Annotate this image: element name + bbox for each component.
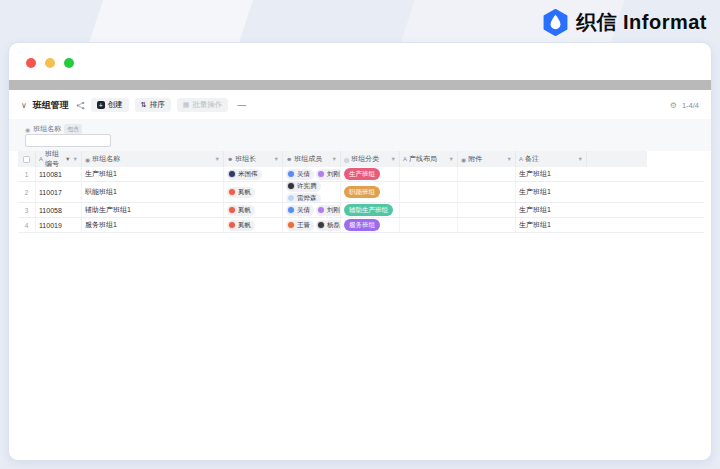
category-badge: 辅助生产班组 bbox=[344, 204, 393, 216]
cell-attachment bbox=[458, 218, 516, 232]
maximize-window-button[interactable] bbox=[64, 58, 74, 68]
column-header-3[interactable]: ☻班组长▼ bbox=[224, 151, 283, 167]
column-type-icon: ☻ bbox=[227, 156, 233, 162]
person-tag: 奚帆 bbox=[227, 205, 255, 216]
column-type-icon: A bbox=[519, 156, 523, 162]
filter-operator-tag: 包含 bbox=[64, 124, 82, 134]
column-header-7[interactable]: ◉附件▼ bbox=[458, 151, 516, 167]
select-all-checkbox[interactable] bbox=[23, 156, 30, 163]
cell-team-category: 生产班组 bbox=[341, 167, 400, 181]
person-tag: 吴倩 bbox=[286, 169, 314, 180]
person-tag: 许宪腾 bbox=[286, 182, 321, 192]
category-badge: 职能班组 bbox=[344, 186, 380, 198]
members-group: 吴倩刘刚 bbox=[286, 205, 341, 216]
member-avatar bbox=[317, 221, 325, 229]
person-name: 吴倩 bbox=[297, 170, 310, 179]
person-name: 杨磊 bbox=[327, 221, 340, 230]
person-tag: 吴倩 bbox=[286, 205, 314, 216]
data-table: A班组编号▼▼◉班组名称▼☻班组长▼☻班组成员▼◎班组分类▼A产线布局▼◉附件▼… bbox=[18, 151, 704, 233]
cell-team-leader: 米国伟 bbox=[224, 167, 283, 181]
cell-team-leader: 奚帆 bbox=[224, 182, 283, 202]
member-avatar bbox=[228, 221, 236, 229]
cell-team-category: 职能班组 bbox=[341, 182, 400, 202]
cell-team-name: 辅助生产班组1 bbox=[82, 203, 224, 217]
cell-line-layout bbox=[400, 167, 458, 181]
table-row[interactable]: 2110017职能班组1奚帆许宪腾雷烨森职能班组生产班组1 bbox=[18, 182, 704, 203]
cell-team-code: 110019 bbox=[36, 218, 82, 232]
cell-attachment bbox=[458, 203, 516, 217]
more-button[interactable]: — bbox=[234, 98, 249, 112]
select-all-header-cell bbox=[18, 151, 36, 167]
brand-name: 织信 Informat bbox=[576, 9, 707, 36]
pagination-label: 1-4/4 bbox=[682, 101, 699, 110]
row-index-cell: 1 bbox=[18, 167, 36, 181]
column-header-5[interactable]: ◎班组分类▼ bbox=[341, 151, 400, 167]
cell-remark: 生产班组1 bbox=[516, 167, 587, 181]
chevron-down-icon[interactable]: ▼ bbox=[578, 156, 583, 162]
chevron-down-icon[interactable]: ▼ bbox=[73, 156, 78, 162]
person-name: 王晋 bbox=[297, 221, 310, 230]
brand-logo: 织信 Informat bbox=[542, 9, 707, 36]
sort-icon: ⇅ bbox=[141, 101, 147, 109]
members-group: 王晋杨磊 bbox=[286, 220, 341, 231]
collapse-chevron-icon[interactable]: ∨ bbox=[21, 101, 27, 110]
column-header-1[interactable]: A班组编号▼▼ bbox=[36, 151, 82, 167]
plus-icon: + bbox=[97, 101, 105, 109]
person-name: 奚帆 bbox=[238, 188, 251, 197]
column-label: 班组名称 bbox=[92, 154, 120, 164]
share-icon[interactable] bbox=[76, 101, 85, 110]
brand-droplet-icon bbox=[542, 9, 569, 36]
chevron-down-icon[interactable]: ▼ bbox=[391, 156, 396, 162]
filter-panel: ◉ 班组名称 包含 bbox=[9, 119, 711, 151]
row-index-cell: 2 bbox=[18, 182, 36, 202]
grid-icon: ▦ bbox=[183, 101, 190, 109]
column-header-2[interactable]: ◉班组名称▼ bbox=[82, 151, 224, 167]
field-type-icon: ◉ bbox=[25, 126, 30, 133]
minimize-window-button[interactable] bbox=[45, 58, 55, 68]
sort-indicator-icon: ▼ bbox=[65, 156, 70, 162]
cell-team-members: 王晋杨磊 bbox=[283, 218, 341, 232]
category-badge: 服务班组 bbox=[344, 219, 380, 231]
window-controls bbox=[26, 58, 74, 68]
sort-button[interactable]: ⇅ 排序 bbox=[135, 98, 171, 112]
filter-value-input[interactable] bbox=[25, 134, 111, 147]
create-button[interactable]: + 创建 bbox=[91, 98, 129, 112]
cell-team-code: 110058 bbox=[36, 203, 82, 217]
table-row[interactable]: 1110081生产班组1米国伟吴倩刘刚生产班组生产班组1 bbox=[18, 167, 704, 182]
close-window-button[interactable] bbox=[26, 58, 36, 68]
cell-team-leader: 奚帆 bbox=[224, 203, 283, 217]
table-row[interactable]: 3110058辅助生产班组1奚帆吴倩刘刚辅助生产班组生产班组1 bbox=[18, 203, 704, 218]
cell-team-members: 许宪腾雷烨森 bbox=[283, 182, 341, 202]
person-name: 刘刚 bbox=[327, 170, 340, 179]
cell-line-layout bbox=[400, 218, 458, 232]
cell-team-category: 服务班组 bbox=[341, 218, 400, 232]
chevron-down-icon[interactable]: ▼ bbox=[215, 156, 220, 162]
person-name: 奚帆 bbox=[238, 206, 251, 215]
person-name: 刘刚 bbox=[327, 206, 340, 215]
batch-actions-button: ▦ 批量操作 bbox=[177, 98, 229, 112]
column-label: 班组编号 bbox=[45, 149, 63, 169]
column-label: 产线布局 bbox=[409, 154, 437, 164]
chevron-down-icon[interactable]: ▼ bbox=[274, 156, 279, 162]
cell-team-name: 生产班组1 bbox=[82, 167, 224, 181]
table-row[interactable]: 4110019服务班组1奚帆王晋杨磊服务班组生产班组1 bbox=[18, 218, 704, 233]
column-type-icon: A bbox=[403, 156, 407, 162]
member-avatar bbox=[287, 194, 295, 202]
chevron-down-icon[interactable]: ▼ bbox=[507, 156, 512, 162]
person-tag: 王晋 bbox=[286, 220, 314, 231]
settings-gear-icon[interactable]: ⚙ bbox=[670, 101, 677, 110]
cell-remark: 生产班组1 bbox=[516, 218, 587, 232]
person-name: 奚帆 bbox=[238, 221, 251, 230]
cell-team-category: 辅助生产班组 bbox=[341, 203, 400, 217]
person-tag: 雷烨森 bbox=[286, 193, 321, 203]
member-avatar bbox=[228, 170, 236, 178]
chevron-down-icon[interactable]: ▼ bbox=[332, 156, 337, 162]
person-tag: 刘刚 bbox=[316, 169, 341, 180]
column-header-8[interactable]: A备注▼ bbox=[516, 151, 587, 167]
members-group: 许宪腾雷烨森 bbox=[286, 182, 321, 202]
chevron-down-icon[interactable]: ▼ bbox=[449, 156, 454, 162]
column-label: 附件 bbox=[468, 154, 482, 164]
column-header-4[interactable]: ☻班组成员▼ bbox=[283, 151, 341, 167]
column-header-6[interactable]: A产线布局▼ bbox=[400, 151, 458, 167]
cell-team-leader: 奚帆 bbox=[224, 218, 283, 232]
